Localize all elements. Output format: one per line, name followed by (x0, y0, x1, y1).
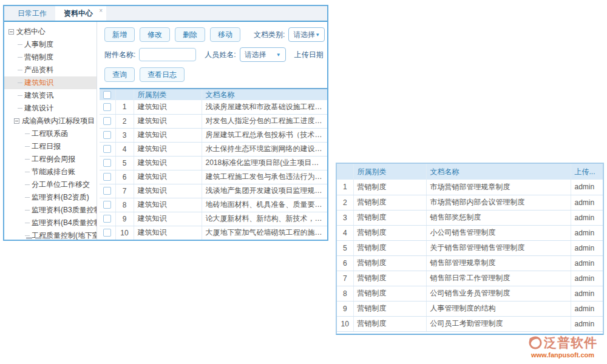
row-category: 建筑知识 (134, 114, 202, 128)
person-name-value: 请选择 (245, 50, 266, 60)
edit-button[interactable]: 修改 (140, 27, 170, 42)
row-number: 10 (115, 226, 134, 240)
row-doc-name[interactable]: 对发包人指定分包的工程施工进度安排计划 (202, 114, 327, 128)
collapse-icon[interactable] (8, 29, 14, 35)
row-doc-name[interactable]: 销售部日常工作管理制度 (426, 271, 571, 286)
doc-name-header: 文档名称 (426, 164, 571, 180)
add-button[interactable]: 新增 (104, 27, 135, 42)
close-icon[interactable]: × (99, 7, 103, 14)
row-doc-name[interactable]: 关于销售部管理销售管理制度 (426, 240, 571, 255)
row-checkbox[interactable] (103, 159, 111, 167)
row-doc-name[interactable]: 销售部奖惩制度 (426, 210, 571, 225)
toolbar-row-1: 新增 修改 删除 移动 文档类别: 请选择 ▼ 文档名称 (104, 27, 327, 42)
row-checkbox[interactable] (103, 215, 111, 223)
tree-item-building-knowledge[interactable]: 建筑知识 (4, 76, 97, 89)
tree-line (25, 223, 30, 223)
row-doc-name[interactable]: 市场营销部内部会议管理制度 (426, 195, 571, 210)
row-checkbox[interactable] (103, 145, 111, 153)
row-category: 建筑知识 (134, 170, 202, 184)
row-category: 建筑知识 (134, 226, 202, 240)
row-category: 建筑知识 (134, 156, 202, 170)
row-doc-name[interactable]: 销售部管理规章制度 (426, 255, 571, 271)
row-doc-name[interactable]: 小公司销售管理制度 (426, 225, 571, 240)
row-doc-name[interactable]: 地砖地面材料、机具准备、质量要求及施工 (202, 198, 327, 212)
tree-item-supervision-b3[interactable]: 监理资料(B3质量控制) (4, 204, 97, 217)
tree-line (25, 184, 30, 185)
tree-item-quality-basement[interactable]: 工程质量控制(地下室) (4, 229, 97, 240)
tree-item-energy-ledger[interactable]: 节能减排台账 (4, 166, 97, 178)
row-doc-name[interactable]: 公司销售业务员管理制度 (426, 286, 571, 301)
row-uploader: admin (571, 240, 603, 255)
row-doc-name[interactable]: 房屋建筑工程总承包投标书（技术标）文件 (202, 128, 327, 142)
chevron-down-icon: ▼ (315, 32, 320, 38)
tree-item-personnel[interactable]: 人事制度 (4, 38, 97, 51)
row-checkbox[interactable] (103, 229, 111, 237)
row-category: 营销制度 (353, 210, 426, 225)
row-checkbox[interactable] (103, 117, 111, 125)
row-doc-name[interactable]: 论大厦新材料、新结构、新技术，新工艺应 (202, 212, 327, 226)
row-doc-name[interactable]: 建筑工程施工发包与承包违法行为认定办法 (202, 170, 327, 184)
tree-item-label: 节能减排台账 (32, 167, 75, 177)
tree-root-project[interactable]: 成渝高铁内江标段项目 (4, 115, 97, 127)
row-category: 建筑知识 (134, 198, 202, 212)
tab-data-center[interactable]: 资料中心 × (55, 6, 106, 21)
row-checkbox[interactable] (103, 201, 111, 209)
tree-item-weekly-meeting[interactable]: 工程例会周报 (4, 153, 97, 166)
tree-line (25, 210, 30, 211)
row-doc-name[interactable]: 2018标准化监理项目部(业主项目部)人员管理 (202, 156, 327, 170)
row-doc-name[interactable]: 人事管理制度的结构 (426, 301, 571, 316)
document-list-panel: 新增 修改 删除 移动 文档类别: 请选择 ▼ 文档名称 附件名称: 人员姓名:… (97, 22, 327, 240)
table-row: 6 建筑知识 建筑工程施工发包与承包违法行为认定办法 (100, 170, 327, 184)
tree-item-marketing[interactable]: 营销制度 (4, 51, 97, 64)
row-doc-name[interactable]: 浅谈地产集团开发建设项目监理规划编制要 (202, 184, 327, 198)
attachment-name-input[interactable] (139, 48, 196, 61)
view-log-button[interactable]: 查看日志 (140, 67, 185, 82)
tab-daily-work[interactable]: 日常工作 (9, 6, 55, 21)
select-all-checkbox[interactable] (103, 91, 111, 99)
row-category: 建筑知识 (134, 212, 202, 226)
row-checkbox[interactable] (103, 131, 111, 139)
row-doc-name[interactable]: 浅谈房屋建筑和市政基础设施工程施工管理 (202, 100, 327, 114)
row-number: 1 (115, 100, 134, 114)
row-number: 7 (337, 271, 353, 286)
row-checkbox[interactable] (103, 173, 111, 181)
row-number: 8 (115, 198, 134, 212)
row-checkbox[interactable] (103, 187, 111, 195)
row-category: 营销制度 (353, 195, 426, 210)
row-uploader: admin (571, 225, 603, 240)
person-name-select[interactable]: 请选择 ▼ (240, 47, 286, 62)
row-number: 5 (337, 240, 353, 255)
row-doc-name[interactable]: 公司员工考勤管理制度 (426, 316, 571, 331)
row-checkbox[interactable] (103, 103, 111, 111)
tree-item-label: 工程例会周报 (32, 154, 75, 164)
tree-item-label: 监理资料(B2资质) (32, 192, 89, 203)
tree-root-document-center[interactable]: 文档中心 (4, 25, 97, 38)
tree-item-building-design[interactable]: 建筑设计 (4, 102, 97, 115)
tree-item-building-news[interactable]: 建筑资讯 (4, 89, 97, 102)
uploader-header: 上传... (571, 164, 603, 180)
collapse-icon[interactable] (14, 118, 19, 124)
table-row: 1 营销制度 市场营销部管理规章制度 admin (337, 180, 603, 195)
tree-item-contact-letter[interactable]: 工程联系函 (4, 127, 97, 140)
delete-button[interactable]: 删除 (175, 27, 205, 42)
row-category: 建筑知识 (134, 142, 202, 156)
tree-item-daily-report[interactable]: 工程日报 (4, 140, 97, 153)
row-doc-name[interactable]: 水土保持生态环境监测网络的建设与资料管 (202, 142, 327, 156)
row-uploader: admin (571, 301, 603, 316)
row-uploader: admin (571, 180, 603, 195)
row-doc-name[interactable]: 大厦地下室加气砼墙砌筑工程的施工方案设 (202, 226, 327, 240)
tree-item-product[interactable]: 产品资料 (4, 64, 97, 76)
move-button[interactable]: 移动 (210, 27, 240, 42)
tree-item-supervision-b2[interactable]: 监理资料(B2资质) (4, 191, 97, 204)
table-row: 1 建筑知识 浅谈房屋建筑和市政基础设施工程施工管理 (100, 100, 327, 114)
row-uploader: admin (571, 316, 603, 331)
tree-item-supervision-b4[interactable]: 监理资料(B4质量控制) (4, 217, 97, 229)
row-category: 营销制度 (353, 316, 426, 331)
query-button[interactable]: 查询 (104, 67, 135, 82)
doc-type-select[interactable]: 请选择 ▼ (288, 27, 325, 42)
brand-url[interactable]: www.fanpusoft.com (521, 351, 605, 359)
tree-item-work-transfer[interactable]: 分工单位工作移交 (4, 178, 97, 191)
tree-item-label: 监理资料(B4质量控制) (32, 218, 97, 228)
row-doc-name[interactable]: 市场营销部管理规章制度 (426, 180, 571, 195)
row-number: 4 (337, 225, 353, 240)
